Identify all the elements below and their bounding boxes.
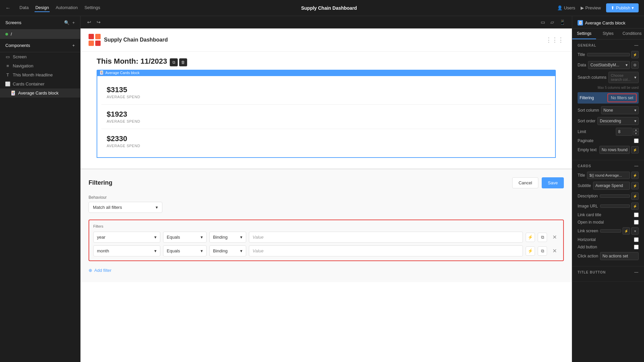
sort-column-select[interactable]: None ▾ [601,106,639,114]
add-button-checkbox[interactable] [634,245,639,249]
link-card-title-checkbox[interactable] [634,213,639,217]
right-actions: 👤 Users ▶ Preview ⬆ Publish ▾ [557,3,639,12]
sidebar-item-avg-cards[interactable]: 🃏 Average Cards block [0,88,80,98]
horizontal-label: Horizontal [578,237,596,242]
search-icon[interactable]: 🔍 [64,20,69,25]
cards-grid: $3135 Average Spend $1923 Average Spend … [97,75,556,158]
tab-styles[interactable]: Styles [596,28,620,39]
sort-column-label: Sort column [578,108,599,113]
general-section: General — Title ⚡ Data CostStatsByM... ▾ [572,40,644,160]
limit-input[interactable]: 8 [616,128,633,136]
filter-lightning-0[interactable]: ⚡ [526,233,535,242]
filter-type-0[interactable]: Binding ▾ [209,232,246,243]
filter-remove-1[interactable]: ✕ [550,246,559,256]
data-select[interactable]: CostStatsByM... ▾ [588,61,630,69]
limit-input-row: 8 ▲ ▼ [616,128,639,136]
limit-down-btn[interactable]: ▼ [633,132,639,135]
cards-description-input[interactable] [600,194,630,198]
empty-text-input[interactable]: No rows found [599,146,630,154]
tab-settings[interactable]: Settings [572,28,596,39]
link-screen-chevron-btn[interactable]: ▾ [631,227,639,235]
tab-design[interactable]: Design [35,4,49,12]
cards-collapse-icon[interactable]: — [634,164,639,168]
open-in-modal-checkbox[interactable] [634,220,639,225]
filter-lightning-1[interactable]: ⚡ [526,246,535,256]
save-button[interactable]: Save [542,177,564,188]
filter-value-1[interactable]: Value [249,245,523,256]
sidebar-item-navigation[interactable]: ≡ Navigation [0,61,80,70]
add-component-icon[interactable]: + [72,43,75,48]
tab-data[interactable]: Data [19,4,29,12]
filter-row-1: month ▾ Equals ▾ Binding ▾ Valu [93,245,559,256]
filters-label: Filters [93,224,559,228]
filter-remove-0[interactable]: ✕ [550,233,559,242]
filtering-value[interactable]: No filters set [607,94,637,102]
sidebar-item-headline[interactable]: T This Month Headline [0,70,80,79]
link-screen-lightning-btn[interactable]: ⚡ [623,227,630,235]
card-block-label: 🃏 Average Cards block [97,70,556,75]
image-url-input-row: ⚡ [600,202,639,210]
sidebar-item-cards-container[interactable]: ⬜ Cards Container [0,79,80,88]
filter-copy-0[interactable]: ⧉ [538,233,547,242]
op-chevron-1: ▾ [201,248,203,253]
cards-subtitle-lightning-btn[interactable]: ⚡ [631,182,639,189]
tab-settings[interactable]: Settings [84,4,101,12]
canvas-content: Supply Chain Dashboard ⋮⋮⋮ This Month: 1… [80,28,572,362]
cards-title-input[interactable]: ${{ round Average... [587,172,630,179]
app-title: Supply Chain Dashboard [109,5,549,11]
title-lightning-btn[interactable]: ⚡ [631,51,639,58]
preview-button[interactable]: ▶ Preview [581,5,601,10]
undo-button[interactable]: ↩ [86,19,93,25]
filter-copy-1[interactable]: ⧉ [538,246,547,256]
image-url-input[interactable] [600,204,630,208]
horizontal-checkbox[interactable] [634,237,639,242]
sort-order-chevron-icon: ▾ [634,119,636,123]
general-collapse-icon[interactable]: — [634,43,639,48]
filter-operator-1[interactable]: Equals ▾ [163,245,207,256]
open-in-modal-label: Open in modal [578,220,604,225]
behaviour-select[interactable]: Match all filters ▾ [89,202,162,213]
add-filter-button[interactable]: ⊕ Add filter [89,266,564,274]
image-url-lightning-btn[interactable]: ⚡ [631,202,639,210]
redo-button[interactable]: ↪ [95,19,102,25]
limit-up-btn[interactable]: ▲ [633,128,639,132]
desktop-view-button[interactable]: ▭ [539,19,546,25]
filtering-actions: Cancel Save [512,177,564,188]
preview-dots[interactable]: ⋮⋮⋮ [546,36,564,44]
filter-value-0[interactable]: Value [249,232,523,243]
add-screen-icon[interactable]: + [72,20,75,25]
sort-order-select[interactable]: Descending ▾ [597,117,639,125]
filter-column-1[interactable]: month ▾ [93,245,160,256]
paginate-checkbox[interactable] [634,138,639,143]
sidebar-item-screen[interactable]: ▭ Screen [0,52,80,61]
filter-column-0[interactable]: year ▾ [93,232,160,243]
title-button-collapse-icon[interactable]: — [634,270,639,275]
data-gear-btn[interactable]: ⚙ [631,61,639,69]
link-screen-input[interactable] [600,229,621,233]
cards-description-lightning-btn[interactable]: ⚡ [631,192,639,200]
publish-button[interactable]: ⬆ Publish ▾ [606,3,639,12]
mobile-view-button[interactable]: 📱 [558,19,567,25]
filter-operator-0[interactable]: Equals ▾ [163,232,207,243]
sidebar-item-screen-root[interactable]: / [0,29,80,39]
copy-block-button[interactable]: ⧉ [170,58,178,66]
empty-text-lightning-btn[interactable]: ⚡ [631,146,639,154]
back-button[interactable]: ← [5,5,11,11]
block-label-icon: 🃏 [99,70,104,75]
limit-spinners: ▲ ▼ [633,128,639,135]
filter-type-1[interactable]: Binding ▾ [209,245,246,256]
search-columns-select[interactable]: Choose search col... ▾ [608,72,639,83]
tab-automation[interactable]: Automation [55,4,78,12]
cards-icon: 🃏 [11,91,15,96]
filtering-header: Filtering Cancel Save [89,177,564,188]
tablet-view-button[interactable]: ▱ [549,19,555,25]
tab-conditions[interactable]: Conditions [620,28,644,39]
title-input[interactable] [587,53,630,56]
cancel-button[interactable]: Cancel [512,177,538,188]
delete-block-button[interactable]: 🗑 [179,58,187,66]
cards-title-lightning-btn[interactable]: ⚡ [631,172,639,179]
users-button[interactable]: 👤 Users [557,5,575,10]
click-action-select[interactable]: No actions set [600,252,639,260]
sort-column-row: Sort column None ▾ [578,106,639,114]
cards-subtitle-input[interactable]: Average Spend [593,182,630,190]
